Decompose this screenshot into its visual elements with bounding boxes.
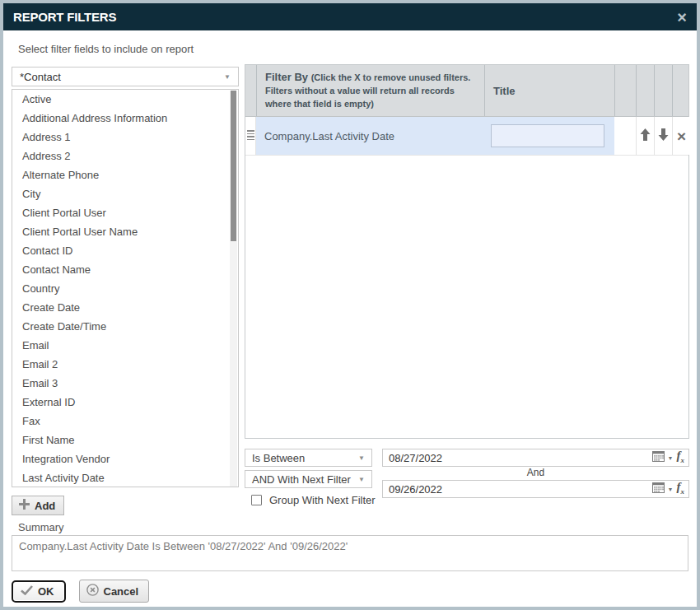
- field-list-scrollbar-thumb[interactable]: [231, 91, 236, 241]
- report-filters-dialog: REPORT FILTERS × Select filter fields to…: [0, 0, 700, 610]
- field-list: Active Additional Address Information Ad…: [12, 89, 239, 487]
- arrow-up-icon: [640, 128, 651, 144]
- remove-filter-button[interactable]: ×: [672, 117, 690, 155]
- group-with-next-filter-label: Group With Next Filter: [269, 494, 376, 506]
- row-drag-handle[interactable]: [245, 117, 256, 155]
- and-label: And: [382, 467, 689, 478]
- contact-table-select[interactable]: *Contact ▼: [12, 67, 239, 86]
- filter-row-title-cell: [484, 117, 614, 155]
- field-list-item[interactable]: Create Date/Time: [12, 317, 238, 336]
- field-list-item[interactable]: Contact Name: [12, 260, 238, 279]
- date-to-field: ▼ fx: [382, 480, 689, 498]
- field-list-item[interactable]: Country: [12, 279, 238, 298]
- chevron-down-icon[interactable]: ▼: [668, 455, 674, 461]
- field-list-item[interactable]: Active: [12, 90, 238, 109]
- dialog-title: REPORT FILTERS: [13, 10, 116, 24]
- filter-row: Company.Last Activity Date ×: [245, 117, 688, 156]
- field-list-item[interactable]: Client Portal User Name: [12, 222, 238, 241]
- header-filter-by: Filter By (Click the X to remove unused …: [256, 65, 484, 116]
- filter-title-input[interactable]: [491, 124, 604, 147]
- remove-x-icon: ×: [677, 128, 686, 144]
- field-list-scrollbar[interactable]: [230, 91, 237, 487]
- chevron-down-icon: ▼: [358, 476, 365, 483]
- field-list-item[interactable]: Email: [12, 336, 238, 355]
- operator-select[interactable]: Is Between ▼: [245, 449, 372, 467]
- field-list-item[interactable]: First Name: [12, 431, 238, 449]
- ok-button[interactable]: OK: [12, 580, 66, 603]
- conjunction-select[interactable]: AND With Next Filter ▼: [245, 470, 372, 488]
- field-list-item[interactable]: Address 2: [12, 147, 238, 165]
- add-button[interactable]: Add: [12, 496, 64, 515]
- cancel-button-label: Cancel: [104, 585, 139, 598]
- arrow-down-icon: [658, 128, 669, 144]
- group-with-next-filter-checkbox[interactable]: [251, 495, 262, 505]
- cancel-button[interactable]: Cancel: [79, 580, 150, 603]
- field-list-item[interactable]: Contact ID: [12, 241, 238, 260]
- filters-table-header: Filter By (Click the X to remove unused …: [245, 65, 688, 117]
- field-list-item[interactable]: City: [12, 184, 238, 203]
- contact-table-select-value: *Contact: [20, 71, 61, 83]
- dialog-titlebar: REPORT FILTERS ×: [3, 3, 697, 30]
- plus-icon: [19, 499, 30, 512]
- field-list-item[interactable]: Address 1: [12, 128, 238, 147]
- check-icon: [21, 585, 33, 598]
- formula-fx-icon[interactable]: fx: [677, 449, 685, 466]
- header-handle-column: [245, 65, 256, 116]
- header-move-down-column: [654, 65, 672, 116]
- filter-by-label: Filter By: [265, 71, 308, 83]
- chevron-down-icon: ▼: [358, 454, 365, 462]
- field-list-item[interactable]: Email 2: [12, 355, 238, 374]
- dialog-subtitle: Select filter fields to include on repor…: [18, 43, 194, 55]
- move-down-button[interactable]: [654, 117, 672, 155]
- header-title: Title: [484, 65, 614, 116]
- chevron-down-icon: ▼: [224, 73, 231, 81]
- field-list-item[interactable]: Integration Vendor: [12, 449, 238, 468]
- row-spacer-cell: [614, 117, 636, 155]
- summary-label: Summary: [18, 521, 64, 533]
- filters-table: Filter By (Click the X to remove unused …: [245, 64, 689, 439]
- calendar-icon[interactable]: [652, 450, 665, 465]
- date-from-field: ▼ fx: [382, 449, 689, 467]
- operator-select-value: Is Between: [252, 452, 305, 464]
- field-list-item[interactable]: Create Date: [12, 298, 238, 317]
- group-with-next-filter[interactable]: Group With Next Filter: [251, 494, 376, 506]
- field-list-item[interactable]: Email 3: [12, 374, 238, 393]
- ok-button-label: OK: [38, 585, 54, 598]
- chevron-down-icon[interactable]: ▼: [668, 487, 674, 492]
- circle-x-icon: [86, 584, 99, 598]
- drag-handle-icon: [247, 130, 254, 142]
- field-list-item[interactable]: External ID: [12, 393, 238, 412]
- conjunction-select-value: AND With Next Filter: [252, 473, 351, 486]
- field-list-item[interactable]: Last Activity Date: [12, 468, 238, 487]
- add-button-label: Add: [35, 500, 55, 512]
- field-list-item[interactable]: Client Portal User: [12, 203, 238, 222]
- calendar-icon[interactable]: [652, 482, 665, 496]
- header-remove-column: [672, 65, 690, 116]
- header-move-up-column: [636, 65, 654, 116]
- date-from-input[interactable]: [387, 451, 652, 465]
- header-spacer-column: [614, 65, 636, 116]
- summary-text: Company.Last Activity Date Is Between '0…: [12, 535, 688, 571]
- move-up-button[interactable]: [636, 117, 654, 155]
- field-list-item[interactable]: Fax: [12, 412, 238, 431]
- field-list-item[interactable]: Alternate Phone: [12, 165, 238, 184]
- field-list-item[interactable]: Additional Address Information: [12, 109, 238, 128]
- dialog-footer: OK Cancel: [12, 580, 149, 603]
- close-icon[interactable]: ×: [677, 9, 687, 26]
- date-to-input[interactable]: [387, 482, 652, 496]
- filter-row-field[interactable]: Company.Last Activity Date: [256, 117, 484, 155]
- formula-fx-icon[interactable]: fx: [677, 481, 685, 497]
